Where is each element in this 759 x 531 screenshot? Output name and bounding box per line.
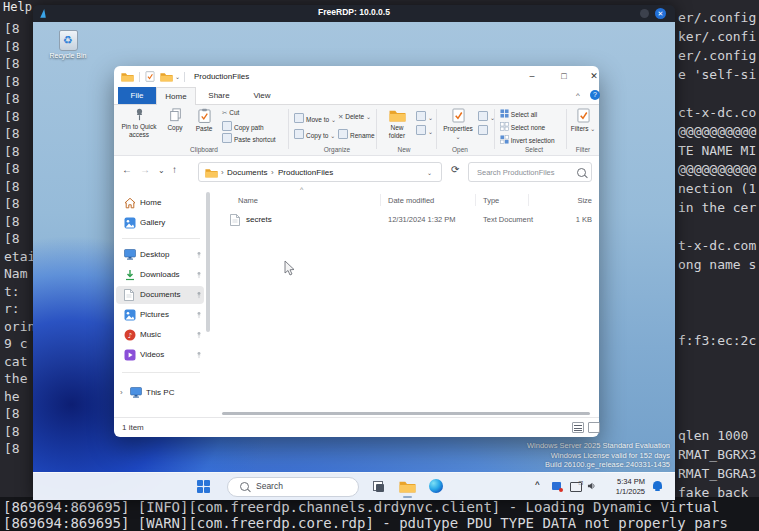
- paste-button[interactable]: Paste: [190, 107, 218, 133]
- forward-icon[interactable]: →: [140, 164, 150, 175]
- history-button[interactable]: [478, 125, 490, 137]
- license-watermark: Windows Server 2025 Standard Evaluation …: [527, 441, 670, 470]
- freerdp-minimize-button[interactable]: [640, 9, 649, 18]
- sidebar-scrollbar[interactable]: [206, 192, 210, 332]
- maximize-button[interactable]: □: [556, 69, 572, 84]
- column-header-date-modified[interactable]: Date modified: [388, 196, 434, 205]
- quick-access-newfolder-icon[interactable]: [160, 71, 173, 82]
- filters-icon: [577, 108, 590, 123]
- large-icons-view-button[interactable]: [588, 422, 600, 433]
- tab-view[interactable]: View: [242, 87, 282, 104]
- terminal-help-menu[interactable]: Help: [3, 0, 32, 14]
- taskbar-edge-button[interactable]: [429, 479, 443, 493]
- freerdp-titlebar[interactable]: FreeRDP: 10.0.0.5 ✕: [33, 5, 675, 22]
- explorer-titlebar[interactable]: ⌄ ProductionFiles – □ ✕: [114, 66, 599, 87]
- copy-path-button[interactable]: Copy path: [222, 121, 264, 133]
- downloads-icon: [124, 269, 136, 281]
- explorer-window: ⌄ ProductionFiles – □ ✕ File Home Share …: [114, 66, 599, 437]
- tray-volume-icon[interactable]: [587, 482, 596, 490]
- sidebar-item-desktop[interactable]: Desktop: [116, 246, 204, 264]
- taskbar-search[interactable]: Search: [227, 477, 359, 497]
- refresh-icon[interactable]: ⟳: [451, 164, 459, 175]
- quick-access-properties-icon[interactable]: [145, 71, 155, 82]
- tray-app-icon[interactable]: [552, 482, 561, 490]
- new-item-button[interactable]: ⌄: [416, 111, 433, 123]
- pin-icon: [196, 271, 202, 279]
- column-divider: [380, 194, 381, 206]
- column-header-size[interactable]: Size: [534, 196, 592, 205]
- notification-bell-icon[interactable]: [653, 481, 662, 489]
- select-none-button[interactable]: Select none: [500, 122, 545, 134]
- properties-button[interactable]: Properties ⌄: [442, 107, 474, 141]
- search-box[interactable]: Search ProductionFiles: [468, 162, 592, 182]
- explorer-main: Home Gallery Desktop Downloads Documents: [114, 188, 599, 417]
- taskbar-explorer-button[interactable]: [399, 479, 416, 493]
- move-to-button[interactable]: Move to ⌄: [294, 113, 336, 125]
- sidebar-item-documents[interactable]: Documents: [116, 286, 204, 304]
- copy-button[interactable]: Copy: [162, 107, 188, 132]
- quick-access-dropdown-icon[interactable]: ⌄: [175, 73, 180, 80]
- column-header-name[interactable]: Name: [238, 196, 258, 205]
- freerdp-close-button[interactable]: ✕: [655, 8, 666, 19]
- new-item-icon: [416, 111, 426, 121]
- close-button[interactable]: ✕: [586, 69, 602, 84]
- divider: [184, 72, 185, 82]
- sidebar-item-home[interactable]: Home: [116, 194, 204, 212]
- breadcrumb-chevron-icon: ›: [271, 168, 274, 177]
- sidebar-item-music[interactable]: Music: [116, 326, 204, 344]
- pin-icon: [196, 311, 202, 319]
- help-icon[interactable]: ?: [590, 90, 600, 100]
- sort-ascending-icon[interactable]: ^: [300, 186, 303, 193]
- music-icon: [124, 329, 136, 341]
- taskbar: Search ^ ❐ 5:34 PM 1/1/2025: [33, 472, 675, 500]
- address-dropdown-icon[interactable]: ⌄: [427, 169, 432, 176]
- ribbon-collapse-icon[interactable]: ^: [576, 91, 580, 100]
- start-button[interactable]: [197, 480, 210, 493]
- delete-button[interactable]: ✕ Delete ⌄: [338, 113, 371, 125]
- rename-button[interactable]: Rename: [338, 129, 375, 141]
- explorer-logo-icon: [121, 71, 134, 82]
- back-icon[interactable]: ←: [122, 164, 132, 175]
- pin-icon: [196, 351, 202, 359]
- tray-display-icon[interactable]: ❐: [570, 482, 582, 492]
- tray-expand-chevron[interactable]: ^: [535, 480, 540, 489]
- breadcrumb-documents[interactable]: Documents: [227, 168, 267, 177]
- sidebar-item-gallery[interactable]: Gallery: [116, 214, 204, 232]
- expand-chevron-icon[interactable]: ›: [120, 388, 123, 397]
- tray-clock[interactable]: 5:34 PM 1/1/2025: [599, 477, 645, 496]
- recycle-bin[interactable]: ♻ Recycle Bin: [41, 30, 95, 59]
- rename-icon: [338, 129, 348, 139]
- cut-button[interactable]: ✂ Cut: [222, 109, 239, 121]
- pin-to-quick-access-button[interactable]: Pin to Quick access: [120, 107, 158, 138]
- easy-access-button[interactable]: ⌄: [416, 125, 433, 137]
- recent-locations-icon[interactable]: ⌄: [158, 166, 165, 175]
- up-icon[interactable]: ↑: [172, 164, 177, 175]
- select-all-button[interactable]: Select all: [500, 109, 537, 121]
- sidebar-item-this-pc[interactable]: › This PC: [116, 384, 204, 402]
- column-header-type[interactable]: Type: [483, 196, 499, 205]
- address-bar[interactable]: › Documents › ProductionFiles ⌄: [198, 162, 442, 182]
- task-view-button[interactable]: [373, 481, 384, 492]
- file-row-secrets[interactable]: secrets 12/31/2024 1:32 PM Text Document…: [222, 212, 594, 228]
- edit-button[interactable]: ⌄: [478, 111, 495, 123]
- horizontal-scrollbar[interactable]: [222, 412, 590, 415]
- sidebar-item-pictures[interactable]: Pictures: [116, 306, 204, 324]
- sidebar-item-downloads[interactable]: Downloads: [116, 266, 204, 284]
- pin-icon: [196, 291, 202, 299]
- new-group-label: New: [376, 146, 432, 153]
- tab-home[interactable]: Home: [156, 87, 196, 105]
- invert-selection-icon: [500, 135, 509, 144]
- copy-path-icon: [222, 121, 232, 131]
- copy-to-button[interactable]: Copy to ⌄: [294, 129, 335, 141]
- new-folder-button[interactable]: New folder: [382, 107, 412, 139]
- breadcrumb-productionfiles[interactable]: ProductionFiles: [278, 168, 333, 177]
- filters-button[interactable]: Filters ⌄: [570, 107, 596, 134]
- minimize-button[interactable]: –: [524, 69, 540, 84]
- sidebar-item-videos[interactable]: Videos: [116, 346, 204, 364]
- tab-share[interactable]: Share: [196, 87, 242, 104]
- delete-x-icon: ✕: [338, 113, 343, 120]
- paste-shortcut-button[interactable]: Paste shortcut: [222, 133, 276, 145]
- details-view-button[interactable]: [572, 422, 584, 433]
- navigation-bar: ← → ⌄ ↑ › Documents › ProductionFiles ⌄ …: [114, 156, 599, 188]
- tab-file[interactable]: File: [118, 87, 156, 104]
